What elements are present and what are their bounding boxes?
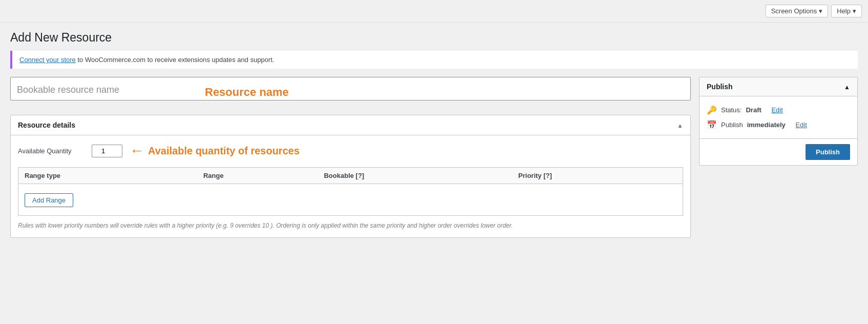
help-chevron-icon: ▾ [853, 7, 856, 15]
publish-footer: Publish [700, 138, 857, 165]
screen-options-label: Screen Options [771, 7, 817, 15]
notice-message: to WooCommerce.com to receive extensions… [76, 56, 274, 64]
screen-options-chevron-icon: ▾ [819, 7, 822, 15]
page-title: Add New Resource [10, 31, 858, 45]
quantity-annotation-text: Available quantity of resources [148, 145, 300, 157]
range-table: Range type Range Bookable [?] Priority [… [18, 167, 683, 216]
resource-name-wrap: Resource name [10, 77, 691, 108]
publish-box-body: 🔑 Status: Draft Edit 📅 Publish immediate… [700, 96, 857, 138]
add-range-row: Add Range [18, 184, 683, 216]
range-table-head: Range type Range Bookable [?] Priority [… [18, 168, 683, 184]
details-box-body: Available Quantity ← Available quantity … [11, 135, 690, 237]
sidebar-col: Publish 🔑 Status: Draft Edit 📅 Publish i… [699, 77, 858, 166]
col-bookable: Bookable [?] [317, 168, 512, 184]
add-range-cell: Add Range [18, 184, 683, 216]
add-range-button[interactable]: Add Range [25, 193, 73, 207]
help-label: Help [837, 7, 851, 15]
help-button[interactable]: Help ▾ [831, 5, 862, 17]
status-edit-link[interactable]: Edit [771, 106, 782, 114]
publish-box-toggle-icon[interactable] [844, 83, 850, 91]
publish-box-header: Publish [700, 77, 857, 96]
publish-box: Publish 🔑 Status: Draft Edit 📅 Publish i… [699, 77, 858, 166]
details-box-title: Resource details [18, 121, 75, 129]
main-layout: Resource name Resource details Available… [10, 77, 858, 238]
notice-link[interactable]: Connect your store [19, 56, 76, 64]
col-priority: Priority [?] [512, 168, 683, 184]
available-quantity-label: Available Quantity [18, 147, 84, 155]
publish-box-title: Publish [707, 83, 733, 91]
quantity-annotation-wrap: ← Available quantity of resources [130, 143, 300, 159]
publish-time-label: Publish [721, 121, 743, 129]
status-icon: 🔑 [707, 105, 717, 115]
col-range: Range [197, 168, 318, 184]
available-quantity-row: Available Quantity ← Available quantity … [18, 143, 683, 159]
publish-time-edit-link[interactable]: Edit [795, 121, 807, 129]
resource-details-box: Resource details Available Quantity ← Av… [10, 115, 691, 238]
resource-name-input[interactable] [10, 77, 691, 100]
priority-note: Rules with lower priority numbers will o… [18, 221, 683, 230]
details-box-header: Resource details [11, 115, 690, 135]
page-wrap: Add New Resource Connect your store to W… [0, 23, 868, 246]
col-range-type: Range type [18, 168, 197, 184]
publish-button[interactable]: Publish [806, 144, 850, 160]
range-table-header-row: Range type Range Bookable [?] Priority [… [18, 168, 683, 184]
content-col: Resource name Resource details Available… [10, 77, 691, 238]
screen-options-button[interactable]: Screen Options ▾ [766, 5, 829, 17]
calendar-icon: 📅 [707, 120, 717, 130]
range-table-body: Add Range [18, 184, 683, 216]
publish-time-row: 📅 Publish immediately Edit [707, 117, 850, 132]
status-value: Draft [746, 106, 761, 114]
publish-status-row: 🔑 Status: Draft Edit [707, 103, 850, 117]
top-bar: Screen Options ▾ Help ▾ [0, 0, 868, 23]
notice-bar: Connect your store to WooCommerce.com to… [10, 51, 858, 69]
status-label: Status: [721, 106, 742, 114]
details-box-toggle-icon[interactable] [677, 120, 683, 130]
arrow-left-icon: ← [130, 143, 144, 159]
publish-time-value: immediately [747, 121, 786, 129]
available-quantity-input[interactable] [92, 145, 122, 157]
